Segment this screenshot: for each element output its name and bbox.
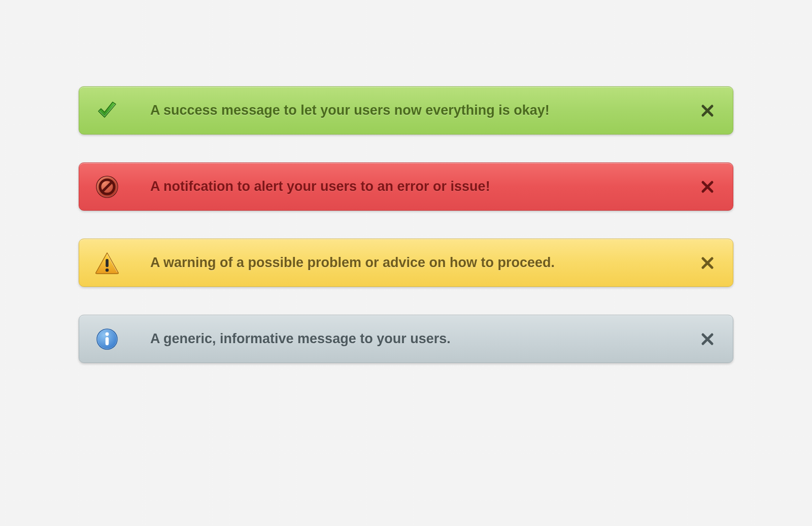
alert-info-message: A generic, informative message to your u… [150, 331, 697, 347]
alert-success: A success message to let your users now … [79, 86, 733, 135]
alert-warning: A warning of a possible problem or advic… [79, 239, 733, 287]
close-button[interactable] [697, 101, 718, 121]
svg-point-5 [106, 268, 109, 271]
svg-rect-9 [106, 337, 109, 345]
close-button[interactable] [697, 253, 718, 273]
alert-success-message: A success message to let your users now … [150, 103, 697, 118]
alert-error: A notifcation to alert your users to an … [79, 162, 733, 211]
alert-info: A generic, informative message to your u… [79, 315, 733, 363]
svg-point-8 [106, 332, 109, 336]
svg-rect-4 [106, 259, 109, 267]
check-icon [94, 98, 120, 123]
info-icon [94, 326, 120, 352]
close-button[interactable] [697, 177, 718, 197]
alert-warning-message: A warning of a possible problem or advic… [150, 255, 697, 271]
close-button[interactable] [697, 329, 718, 349]
alert-error-message: A notifcation to alert your users to an … [150, 179, 697, 194]
forbidden-icon [94, 174, 120, 200]
warning-icon [94, 250, 120, 276]
